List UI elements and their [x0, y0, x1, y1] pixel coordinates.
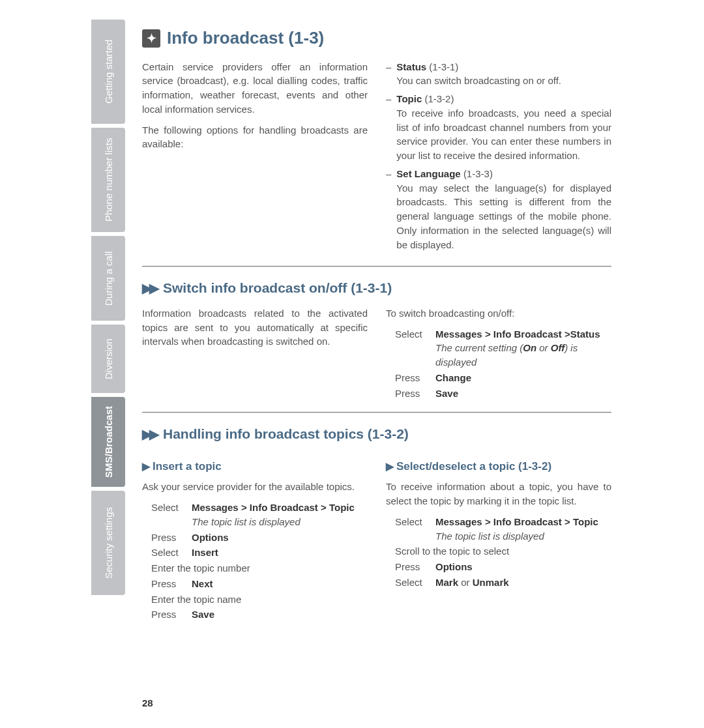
- step-value: Messages > Info Broadcast > Topic: [435, 516, 598, 527]
- insert-topic-steps: Select Messages > Info Broadcast > Topic…: [151, 501, 368, 622]
- tab-getting-started[interactable]: Getting started: [91, 20, 125, 124]
- step-line: Enter the topic number: [151, 561, 368, 575]
- section-divider: [142, 266, 611, 267]
- option-lang-title: Set Language: [396, 168, 460, 179]
- select-topic-intro: To receive information about a topic, yo…: [386, 480, 611, 508]
- dash-icon: –: [386, 60, 391, 89]
- step-value: Change: [435, 372, 471, 383]
- step-note: The current setting (On or Off) is displ…: [435, 342, 578, 368]
- step-label: Select: [395, 515, 429, 544]
- select-topic-steps: Select Messages > Info Broadcast > Topic…: [395, 515, 611, 590]
- insert-topic-intro: Ask your service provider for the availa…: [142, 480, 368, 494]
- page-title-text: Info broadcast (1-3): [167, 26, 324, 51]
- tab-security-settings[interactable]: Security settings: [91, 491, 125, 595]
- switch-steps: Select Messages > Info Broadcast >Status…: [395, 327, 611, 401]
- step-value: Unmark: [473, 577, 509, 588]
- step-note: The topic list is displayed: [435, 531, 544, 542]
- fast-forward-icon: ▶▶: [142, 425, 156, 444]
- option-topic-code: (1-3-2): [424, 93, 454, 104]
- intro-paragraph-1: Certain service providers offer an infor…: [142, 60, 368, 117]
- option-topic-title: Topic: [396, 93, 422, 104]
- step-value: Mark: [435, 577, 458, 588]
- play-icon: ▶: [142, 461, 150, 472]
- step-line: Scroll to the topic to select: [395, 544, 611, 559]
- dash-icon: –: [386, 167, 391, 252]
- section-switch-title: ▶▶ Switch info broadcast on/off (1-3-1): [142, 278, 611, 298]
- tab-sms-broadcast[interactable]: SMS/Broadcast: [91, 397, 125, 487]
- step-label: Select: [395, 327, 429, 370]
- section-topics-title-text: Handling info broadcast topics (1-3-2): [163, 424, 409, 444]
- option-lang-text: You may select the language(s) for displ…: [396, 182, 611, 250]
- option-topic: – Topic (1-3-2) To receive info broadcas…: [386, 92, 611, 163]
- option-lang-code: (1-3-3): [463, 168, 493, 179]
- step-label: Press: [395, 371, 429, 385]
- select-topic-heading: ▶Select/deselect a topic (1-3-2): [386, 459, 611, 475]
- dash-icon: –: [386, 92, 391, 163]
- option-status-text: You can switch broadcasting on or off.: [396, 75, 561, 86]
- play-icon: ▶: [386, 461, 394, 472]
- option-status-title: Status: [396, 61, 426, 72]
- broadcast-icon: ✦: [142, 29, 160, 48]
- step-note: The topic list is displayed: [192, 516, 301, 527]
- switch-description: Information broadcasts related to the ac…: [142, 306, 368, 349]
- tab-during-a-call[interactable]: During a call: [91, 236, 125, 321]
- page-number: 28: [142, 697, 153, 708]
- step-value: Insert: [192, 547, 218, 558]
- step-value: Messages > Info Broadcast > Topic: [192, 502, 355, 513]
- step-label: Press: [151, 531, 185, 545]
- step-value: Options: [435, 561, 473, 572]
- step-line: Enter the topic name: [151, 592, 368, 607]
- tab-phone-number-lists[interactable]: Phone number lists: [91, 128, 125, 232]
- step-label: Press: [395, 560, 429, 574]
- step-value: Next: [192, 578, 213, 589]
- section-switch-title-text: Switch info broadcast on/off (1-3-1): [163, 278, 392, 298]
- step-value: Save: [192, 609, 214, 620]
- step-value: Messages > Info Broadcast >Status: [435, 328, 600, 340]
- option-topic-text: To receive info broadcasts, you need a s…: [396, 108, 611, 161]
- intro-paragraph-2: The following options for handling broad…: [142, 123, 368, 152]
- tab-diversion[interactable]: Diversion: [91, 325, 125, 393]
- page-content: ✦ Info broadcast (1-3) Certain service p…: [142, 26, 611, 623]
- section-topics-title: ▶▶ Handling info broadcast topics (1-3-2…: [142, 424, 611, 444]
- page-title: ✦ Info broadcast (1-3): [142, 26, 611, 51]
- fast-forward-icon: ▶▶: [142, 279, 156, 298]
- step-label: Press: [151, 607, 185, 622]
- switch-instruction: To switch broadcasting on/off:: [386, 306, 611, 321]
- step-value: Options: [192, 532, 229, 543]
- section-divider: [142, 412, 611, 413]
- insert-topic-heading: ▶Insert a topic: [142, 459, 368, 475]
- step-label: Select: [151, 546, 185, 560]
- option-set-language: – Set Language (1-3-3) You may select th…: [386, 167, 611, 252]
- step-label: Press: [395, 386, 429, 401]
- option-status: – Status (1-3-1) You can switch broadcas…: [386, 60, 611, 89]
- step-label: Select: [151, 501, 185, 529]
- sidebar: Getting started Phone number lists Durin…: [91, 20, 125, 595]
- step-value: Save: [435, 388, 458, 399]
- step-label: Press: [151, 577, 185, 591]
- step-label: Select: [395, 575, 429, 590]
- option-status-code: (1-3-1): [429, 61, 458, 72]
